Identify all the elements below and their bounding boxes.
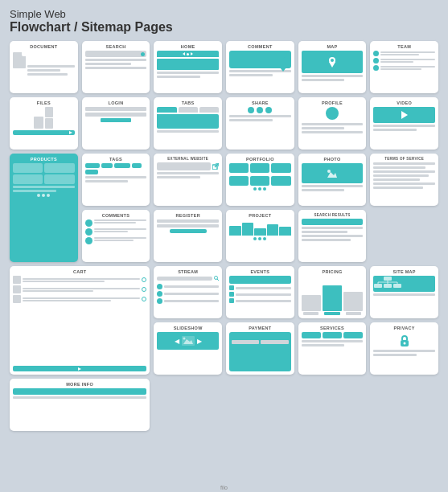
svg-line-8: [217, 279, 219, 281]
remove-icon[interactable]: [142, 287, 146, 292]
service-block[interactable]: [302, 332, 321, 338]
card-inner-privacy: [373, 332, 435, 371]
more-info-button[interactable]: [13, 388, 146, 395]
card-inner-document: [13, 51, 75, 90]
remove-icon[interactable]: [142, 297, 146, 301]
label-portfolio: PORTFOLIO: [246, 157, 274, 162]
portfolio-item[interactable]: [229, 163, 249, 173]
line: [380, 61, 413, 63]
search-bar[interactable]: [85, 51, 147, 57]
checkout-button[interactable]: [13, 366, 146, 371]
product-item[interactable]: [13, 174, 43, 184]
login-button[interactable]: [101, 118, 131, 122]
name-field[interactable]: [232, 346, 289, 350]
card-inner-pricing: [302, 276, 364, 315]
expiry-field[interactable]: [232, 340, 259, 344]
card-team: TEAM: [370, 41, 438, 93]
cvv-field[interactable]: [261, 340, 288, 344]
forward-arrow-icon: [191, 52, 193, 55]
card-inner-events: [229, 276, 291, 315]
line: [302, 227, 364, 229]
pricing-btn[interactable]: [346, 312, 361, 315]
portfolio-item[interactable]: [229, 176, 249, 186]
service-block[interactable]: [323, 332, 342, 338]
portfolio-item[interactable]: [271, 176, 290, 186]
cart-item: [13, 276, 146, 284]
event-checkbox[interactable]: [229, 285, 234, 290]
line: [373, 166, 425, 169]
event-checkbox[interactable]: [229, 292, 234, 297]
line: [302, 79, 345, 81]
stream-search: [157, 276, 219, 281]
label-document: DOCUMENT: [30, 44, 57, 49]
register-button[interactable]: [170, 229, 207, 233]
card-map: MAP: [298, 41, 367, 93]
product-item[interactable]: [44, 174, 74, 184]
tag[interactable]: [114, 163, 130, 168]
slide-dot[interactable]: [183, 353, 185, 355]
tag[interactable]: [132, 163, 142, 168]
portfolio-item[interactable]: [250, 163, 269, 173]
stream-item: [157, 298, 219, 304]
video-area[interactable]: [373, 107, 435, 123]
tag[interactable]: [85, 170, 98, 174]
avatar: [373, 58, 379, 64]
share-icon-1[interactable]: [248, 107, 254, 113]
tag[interactable]: [85, 163, 100, 168]
label-slideshow: SLIDESHOW: [174, 326, 203, 330]
card-share: SHARE: [226, 97, 294, 150]
tag[interactable]: [101, 163, 113, 168]
card-privacy: PRIVACY: [370, 322, 438, 375]
file-btn[interactable]: [13, 130, 75, 135]
tab-content: [157, 114, 219, 129]
line: [373, 170, 435, 173]
stream-item: [157, 291, 219, 297]
service-block[interactable]: [343, 332, 363, 338]
card-external-website: EXTERNAL WEBSITE: [154, 154, 222, 206]
pay-button[interactable]: [232, 351, 289, 355]
project-dots: [229, 237, 291, 240]
card-inner-home: [157, 51, 219, 90]
card-inner-register: [157, 219, 219, 259]
line: [373, 293, 435, 296]
line: [85, 67, 147, 69]
pricing-bar-featured: [323, 285, 342, 311]
tab-item[interactable]: [179, 107, 198, 113]
label-pricing: PRICING: [322, 269, 342, 274]
event-checkbox[interactable]: [229, 298, 234, 303]
dot: [42, 194, 45, 197]
password-field[interactable]: [85, 113, 147, 117]
tab-active[interactable]: [157, 107, 176, 113]
prev-arrow-icon[interactable]: ◀: [175, 338, 179, 345]
slide-dot[interactable]: [191, 353, 193, 355]
share-icon-2[interactable]: [257, 107, 263, 113]
pricing-btn[interactable]: [303, 312, 319, 315]
profile-avatar: [326, 107, 339, 120]
next-arrow-icon[interactable]: ▶: [197, 338, 202, 345]
portfolio-item[interactable]: [250, 176, 269, 186]
line: [302, 185, 364, 187]
line: [13, 396, 146, 399]
svg-point-7: [214, 277, 217, 280]
product-item[interactable]: [13, 163, 43, 173]
tab-item[interactable]: [199, 107, 219, 113]
pricing-btn[interactable]: [324, 312, 339, 315]
line: [302, 127, 345, 129]
line: [157, 219, 219, 223]
remove-icon[interactable]: [142, 277, 146, 282]
card-inner-tags: [85, 163, 147, 203]
username-field[interactable]: [85, 107, 147, 111]
search-bar[interactable]: [157, 277, 212, 281]
event-item: [229, 292, 291, 297]
product-item[interactable]: [44, 163, 74, 173]
pricing-bar: [302, 295, 321, 311]
share-icon-3[interactable]: [265, 107, 272, 113]
portfolio-item[interactable]: [271, 163, 290, 173]
label-search: SEARCH: [105, 44, 125, 49]
slide-dot[interactable]: [187, 353, 189, 355]
line: [373, 182, 435, 185]
tags-container: [85, 163, 147, 174]
card-number-field[interactable]: [232, 334, 289, 338]
line: [85, 176, 147, 178]
card-inner-comment: [229, 51, 291, 90]
